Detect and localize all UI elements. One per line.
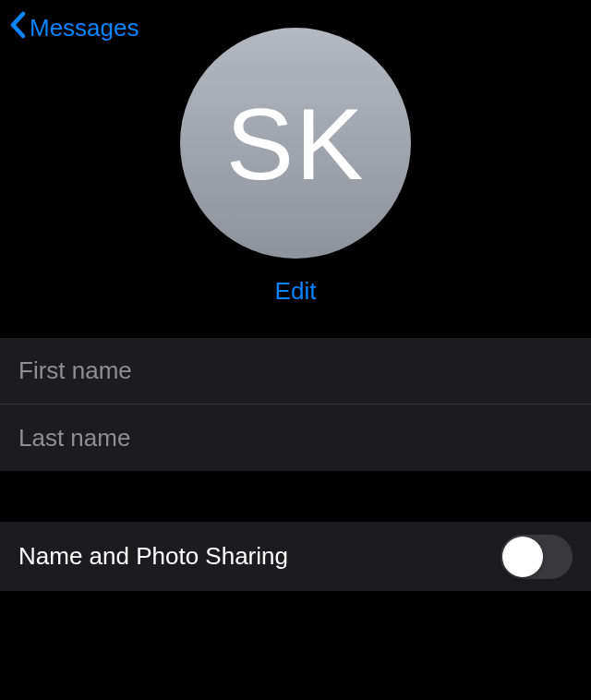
sharing-toggle[interactable]: [501, 535, 573, 579]
last-name-row: [0, 404, 591, 471]
sharing-label: Name and Photo Sharing: [18, 542, 288, 571]
last-name-input[interactable]: [18, 424, 573, 453]
back-button[interactable]: Messages: [9, 11, 139, 45]
name-form-section: [0, 338, 591, 471]
sharing-section: Name and Photo Sharing: [0, 522, 591, 591]
back-label: Messages: [30, 14, 139, 42]
first-name-input[interactable]: [18, 356, 573, 385]
edit-button[interactable]: Edit: [275, 277, 317, 306]
avatar-section: SK Edit: [0, 28, 591, 306]
sharing-toggle-row: Name and Photo Sharing: [0, 522, 591, 591]
header: Messages: [0, 0, 591, 55]
first-name-row: [0, 338, 591, 404]
toggle-knob: [502, 537, 543, 577]
avatar[interactable]: SK: [180, 28, 411, 259]
avatar-initials: SK: [226, 85, 366, 202]
chevron-left-icon: [9, 11, 26, 45]
